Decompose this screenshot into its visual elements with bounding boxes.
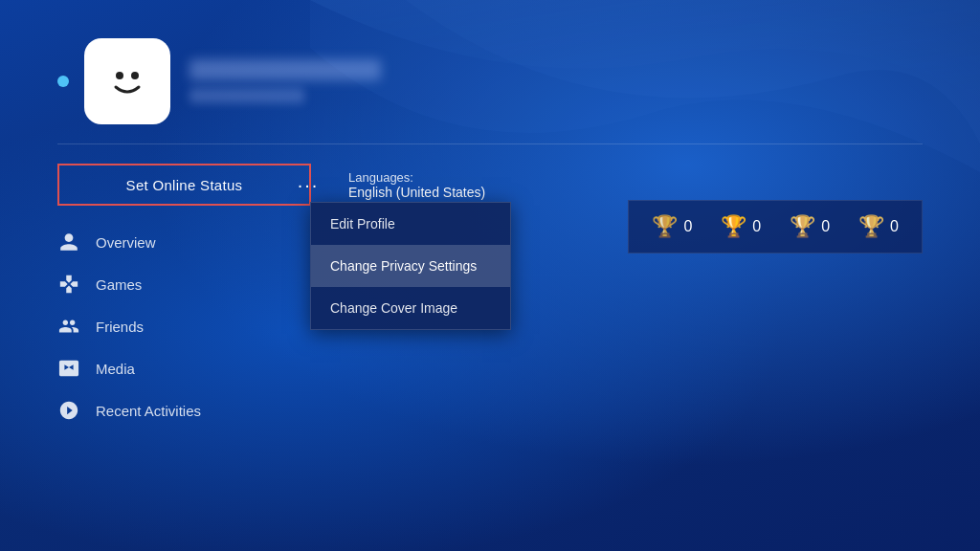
sub-info-blurred <box>189 88 304 103</box>
activities-icon <box>57 399 80 422</box>
gold-trophy: 🏆 0 <box>721 214 761 239</box>
change-cover-image-menu-item[interactable]: Change Cover Image <box>311 287 510 329</box>
games-label: Games <box>96 276 142 293</box>
bronze-trophy-icon: 🏆 <box>858 214 884 239</box>
sidebar-item-media[interactable]: Media <box>57 347 268 389</box>
edit-profile-menu-item[interactable]: Edit Profile <box>311 203 510 245</box>
platinum-trophy-count: 0 <box>683 218 692 235</box>
trophies-section: 🏆 0 🏆 0 🏆 0 🏆 0 <box>628 200 923 253</box>
person-icon <box>57 231 80 253</box>
profile-divider <box>57 143 923 144</box>
language-value: English (United States) <box>348 185 485 200</box>
context-menu: Edit Profile Change Privacy Settings Cha… <box>310 202 511 330</box>
gold-trophy-icon: 🏆 <box>721 214 746 239</box>
language-display: Languages: English (United States) <box>348 170 485 200</box>
avatar <box>84 38 170 124</box>
sidebar-item-friends[interactable]: Friends <box>57 305 268 347</box>
right-content-area: ··· Languages: English (United States) E… <box>268 154 923 431</box>
friends-label: Friends <box>96 319 144 335</box>
sidebar-item-recent-activities[interactable]: Recent Activities <box>57 389 268 431</box>
silver-trophy-icon: 🏆 <box>790 214 815 239</box>
bronze-trophy-count: 0 <box>890 218 899 235</box>
gold-trophy-count: 0 <box>752 218 761 235</box>
friends-icon <box>57 315 80 338</box>
platinum-trophy: 🏆 0 <box>652 214 692 239</box>
gamepad-icon <box>57 273 80 296</box>
dots-icon: ··· <box>298 174 320 196</box>
username-blurred <box>189 59 381 80</box>
avatar-face-icon <box>99 53 156 110</box>
sidebar-item-games[interactable]: Games <box>57 263 268 305</box>
svg-rect-0 <box>103 57 151 105</box>
change-privacy-settings-menu-item[interactable]: Change Privacy Settings <box>311 245 510 287</box>
more-options-button[interactable]: ··· <box>287 164 329 206</box>
svg-point-1 <box>116 72 123 79</box>
recent-activities-label: Recent Activities <box>96 403 201 419</box>
overview-label: Overview <box>96 234 156 251</box>
svg-point-2 <box>131 72 139 79</box>
language-label: Languages: <box>348 170 485 185</box>
silver-trophy: 🏆 0 <box>790 214 830 239</box>
profile-section <box>0 0 980 143</box>
silver-trophy-count: 0 <box>821 218 830 235</box>
media-label: Media <box>96 361 135 377</box>
sidebar-item-overview[interactable]: Overview <box>57 221 268 263</box>
online-status-dot <box>57 76 69 87</box>
sidebar: Set Online Status Overview Games <box>57 154 268 431</box>
profile-info <box>189 59 381 103</box>
media-icon <box>57 357 80 380</box>
bronze-trophy: 🏆 0 <box>858 214 899 239</box>
platinum-trophy-icon: 🏆 <box>652 214 678 239</box>
